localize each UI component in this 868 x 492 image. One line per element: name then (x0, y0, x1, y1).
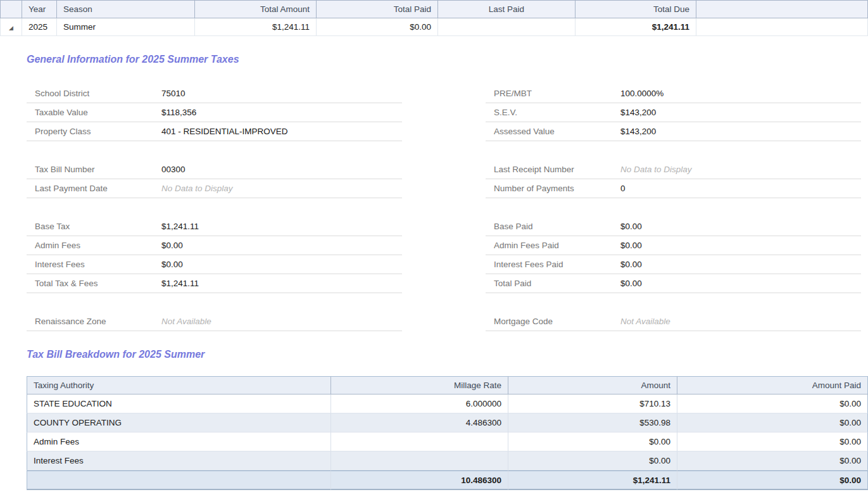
field-value-no-data: No Data to Display (161, 184, 233, 193)
field-row-taxable-value: Taxable Value $118,356 (27, 103, 402, 122)
field-row-total-paid: Total Paid $0.00 (486, 274, 861, 293)
amount-cell: $0.00 (508, 451, 677, 470)
total-paid-cell: $0.00 (317, 18, 438, 36)
authority-cell: Admin Fees (27, 432, 331, 451)
field-row-mortgage-code: Mortgage Code Not Available (486, 312, 861, 331)
tax-amounts-group: Base Tax $1,241.11 Admin Fees $0.00 Inte… (27, 217, 402, 293)
field-label: Admin Fees (35, 241, 161, 250)
millage-cell: 6.000000 (331, 394, 508, 413)
field-value: 401 - RESIDENTIAL-IMPROVED (161, 127, 288, 136)
field-value: $118,356 (161, 108, 196, 117)
tax-year-summary-grid: Year Season Total Amount Total Paid Last… (0, 0, 868, 36)
field-row-number-of-payments: Number of Payments 0 (486, 179, 861, 198)
total-due-column-header: Total Due (576, 0, 696, 18)
billing-info-group: Tax Bill Number 00300 Last Payment Date … (27, 160, 402, 198)
field-label: Total Tax & Fees (35, 279, 161, 288)
field-value: 0 (620, 184, 626, 193)
field-label: Mortgage Code (494, 317, 620, 326)
general-info-right-column: PRE/MBT 100.0000% S.E.V. $143,200 Assess… (486, 84, 861, 331)
property-values-group: School District 75010 Taxable Value $118… (27, 84, 402, 141)
receipt-info-group: Last Receipt Number No Data to Display N… (486, 160, 861, 198)
breakdown-total-row: 10.486300 $1,241.11 $0.00 (27, 470, 868, 490)
total-paid-column-header: Total Paid (317, 0, 438, 18)
total-amount-column-header: Total Amount (195, 0, 317, 18)
field-label: PRE/MBT (494, 89, 620, 98)
field-label: Last Payment Date (35, 184, 161, 193)
field-label: School District (35, 89, 161, 98)
amount-cell: $0.00 (508, 432, 677, 451)
field-value: $0.00 (620, 222, 642, 231)
field-row-school-district: School District 75010 (27, 84, 402, 103)
field-value: 00300 (161, 165, 186, 174)
assessment-values-group: PRE/MBT 100.0000% S.E.V. $143,200 Assess… (486, 84, 861, 141)
amount-cell: $710.13 (508, 394, 677, 413)
field-value: $143,200 (620, 127, 656, 136)
field-label: Renaissance Zone (35, 317, 161, 326)
field-row-property-class: Property Class 401 - RESIDENTIAL-IMPROVE… (27, 122, 402, 141)
summary-header-row: Year Season Total Amount Total Paid Last… (0, 0, 868, 18)
amount-column-header: Amount (508, 376, 677, 394)
field-value: $143,200 (620, 108, 656, 117)
field-label: Interest Fees Paid (494, 260, 620, 269)
total-amount-cell: $1,241.11 (195, 18, 317, 36)
last-paid-column-header: Last Paid (438, 0, 576, 18)
general-info-left-column: School District 75010 Taxable Value $118… (27, 84, 402, 331)
amount-paid-cell: $0.00 (677, 451, 868, 470)
millage-cell: 4.486300 (331, 413, 508, 432)
field-label: Tax Bill Number (35, 165, 161, 174)
field-label: S.E.V. (494, 108, 620, 117)
mortgage-code-group: Mortgage Code Not Available (486, 312, 861, 331)
field-row-interest-fees-paid: Interest Fees Paid $0.00 (486, 255, 861, 274)
expand-cell[interactable]: ◢ (0, 18, 22, 36)
row-expanded-icon[interactable]: ◢ (9, 25, 13, 31)
amount-paid-column-header: Amount Paid (677, 376, 868, 394)
filler-column-header (696, 0, 868, 18)
total-authority-cell (27, 470, 331, 490)
field-row-base-tax: Base Tax $1,241.11 (27, 217, 402, 236)
breakdown-header-row: Taxing Authority Millage Rate Amount Amo… (27, 376, 868, 394)
general-info-section: School District 75010 Taxable Value $118… (0, 84, 868, 331)
millage-rate-column-header: Millage Rate (331, 376, 508, 394)
breakdown-row-admin-fees: Admin Fees $0.00 $0.00 (27, 432, 868, 451)
breakdown-row-interest-fees: Interest Fees $0.00 $0.00 (27, 451, 868, 470)
field-label: Base Paid (494, 222, 620, 231)
renaissance-zone-group: Renaissance Zone Not Available (27, 312, 402, 331)
field-value-not-available: Not Available (161, 317, 211, 326)
millage-cell (331, 432, 508, 451)
tax-bill-breakdown-table: Taxing Authority Millage Rate Amount Amo… (27, 376, 868, 490)
total-amount-paid-cell: $0.00 (677, 470, 868, 490)
authority-cell: COUNTY OPERATING (27, 413, 331, 432)
field-label: Taxable Value (35, 108, 161, 117)
total-amount-cell: $1,241.11 (508, 470, 677, 490)
field-label: Base Tax (35, 222, 161, 231)
amount-cell: $530.98 (508, 413, 677, 432)
year-column-header: Year (22, 0, 57, 18)
taxing-authority-column-header: Taxing Authority (27, 376, 331, 394)
field-value-not-available: Not Available (620, 317, 670, 326)
field-row-base-paid: Base Paid $0.00 (486, 217, 861, 236)
field-value: $0.00 (620, 260, 642, 269)
field-label: Number of Payments (494, 184, 620, 193)
field-label: Total Paid (494, 279, 620, 288)
amount-paid-cell: $0.00 (677, 432, 868, 451)
field-value: $0.00 (620, 241, 642, 250)
breakdown-heading: Tax Bill Breakdown for 2025 Summer (27, 349, 868, 360)
total-millage-cell: 10.486300 (331, 470, 508, 490)
filler-cell (696, 18, 868, 36)
field-row-last-payment-date: Last Payment Date No Data to Display (27, 179, 402, 198)
field-value: 100.0000% (620, 89, 664, 98)
field-row-tax-bill-number: Tax Bill Number 00300 (27, 160, 402, 179)
field-label: Assessed Value (494, 127, 620, 136)
field-label: Interest Fees (35, 260, 161, 269)
tax-year-row-2025-summer[interactable]: ◢ 2025 Summer $1,241.11 $0.00 $1,241.11 (0, 18, 868, 36)
field-value: $1,241.11 (161, 279, 199, 288)
total-due-cell: $1,241.11 (576, 18, 696, 36)
amount-paid-cell: $0.00 (677, 394, 868, 413)
general-info-heading: General Information for 2025 Summer Taxe… (27, 54, 868, 65)
field-value: $0.00 (161, 260, 183, 269)
season-column-header: Season (57, 0, 195, 18)
field-value: $0.00 (161, 241, 183, 250)
amount-paid-cell: $0.00 (677, 413, 868, 432)
field-row-sev: S.E.V. $143,200 (486, 103, 861, 122)
field-row-admin-fees: Admin Fees $0.00 (27, 236, 402, 255)
